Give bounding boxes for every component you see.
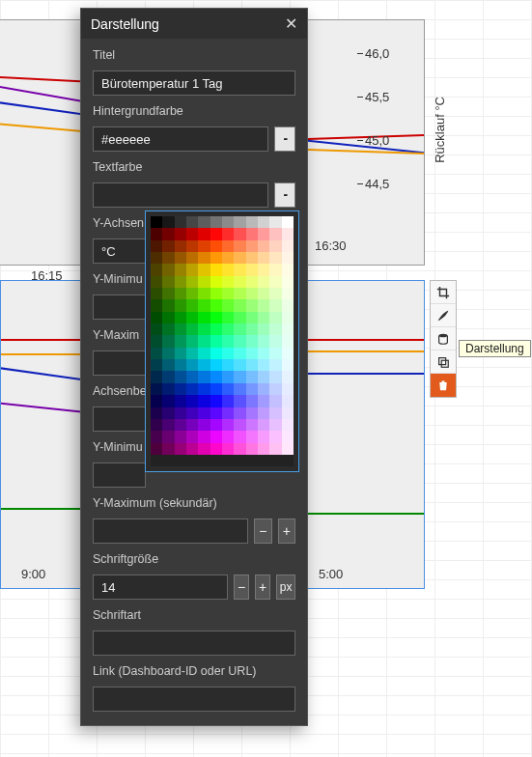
color-swatch[interactable]: [234, 264, 245, 275]
color-swatch[interactable]: [162, 264, 174, 275]
color-swatch[interactable]: [234, 443, 245, 455]
color-swatch[interactable]: [210, 264, 222, 275]
color-swatch[interactable]: [210, 419, 222, 431]
color-swatch[interactable]: [246, 395, 258, 407]
color-swatch[interactable]: [258, 348, 269, 359]
color-swatch[interactable]: [246, 252, 258, 264]
color-swatch[interactable]: [282, 228, 294, 239]
color-swatch[interactable]: [186, 419, 198, 431]
color-swatch[interactable]: [258, 228, 269, 239]
color-swatch[interactable]: [186, 216, 198, 228]
color-swatch[interactable]: [282, 335, 294, 347]
color-swatch[interactable]: [234, 383, 245, 395]
color-swatch[interactable]: [269, 359, 281, 371]
color-swatch[interactable]: [282, 252, 294, 264]
color-swatch[interactable]: [222, 288, 234, 299]
color-swatch[interactable]: [222, 335, 234, 347]
color-swatch[interactable]: [186, 323, 198, 335]
color-swatch[interactable]: [246, 359, 258, 371]
color-swatch[interactable]: [246, 323, 258, 335]
color-swatch[interactable]: [210, 407, 222, 419]
color-swatch[interactable]: [234, 371, 245, 382]
color-swatch[interactable]: [269, 312, 281, 323]
color-swatch[interactable]: [198, 312, 210, 323]
color-swatch[interactable]: [282, 455, 294, 466]
color-swatch[interactable]: [222, 276, 234, 288]
color-swatch[interactable]: [210, 240, 222, 252]
color-swatch[interactable]: [210, 288, 222, 299]
color-swatch[interactable]: [222, 216, 234, 228]
yaxis-input[interactable]: [93, 238, 146, 264]
color-swatch[interactable]: [198, 252, 210, 264]
color-swatch[interactable]: [151, 371, 162, 382]
color-swatch[interactable]: [151, 252, 162, 264]
color-swatch[interactable]: [151, 264, 162, 275]
color-swatch[interactable]: [246, 443, 258, 455]
color-swatch[interactable]: [246, 216, 258, 228]
color-swatch[interactable]: [186, 348, 198, 359]
color-swatch[interactable]: [186, 443, 198, 455]
color-swatch[interactable]: [210, 371, 222, 382]
color-swatch[interactable]: [198, 348, 210, 359]
color-swatch[interactable]: [222, 383, 234, 395]
ymax2-plus-button[interactable]: +: [278, 519, 295, 544]
color-swatch[interactable]: [234, 348, 245, 359]
color-swatch[interactable]: [151, 240, 162, 252]
color-swatch[interactable]: [175, 359, 186, 371]
color-swatch[interactable]: [162, 348, 174, 359]
color-swatch[interactable]: [282, 240, 294, 252]
color-swatch[interactable]: [222, 252, 234, 264]
color-swatch[interactable]: [198, 299, 210, 311]
color-swatch[interactable]: [186, 407, 198, 419]
color-swatch[interactable]: [258, 276, 269, 288]
color-swatch[interactable]: [282, 371, 294, 382]
color-swatch[interactable]: [186, 264, 198, 275]
color-swatch[interactable]: [162, 240, 174, 252]
color-swatch[interactable]: [151, 348, 162, 359]
color-swatch[interactable]: [234, 240, 245, 252]
color-swatch[interactable]: [198, 228, 210, 239]
color-swatch[interactable]: [162, 335, 174, 347]
color-swatch[interactable]: [151, 299, 162, 311]
link-input[interactable]: [93, 687, 295, 712]
color-swatch[interactable]: [246, 335, 258, 347]
color-swatch[interactable]: [162, 288, 174, 299]
color-swatch[interactable]: [282, 431, 294, 442]
color-swatch[interactable]: [234, 431, 245, 442]
color-swatch[interactable]: [151, 323, 162, 335]
color-swatch[interactable]: [151, 335, 162, 347]
color-swatch[interactable]: [186, 335, 198, 347]
color-swatch[interactable]: [162, 407, 174, 419]
color-swatch[interactable]: [258, 335, 269, 347]
color-swatch[interactable]: [282, 348, 294, 359]
color-swatch[interactable]: [222, 312, 234, 323]
color-swatch[interactable]: [269, 383, 281, 395]
color-swatch[interactable]: [269, 431, 281, 442]
color-swatch[interactable]: [246, 371, 258, 382]
color-swatch[interactable]: [258, 252, 269, 264]
color-swatch[interactable]: [282, 276, 294, 288]
color-swatch[interactable]: [210, 228, 222, 239]
color-swatch[interactable]: [258, 359, 269, 371]
color-swatch[interactable]: [198, 323, 210, 335]
color-swatch[interactable]: [162, 383, 174, 395]
color-swatch[interactable]: [162, 299, 174, 311]
color-swatch[interactable]: [151, 288, 162, 299]
crop-icon[interactable]: [431, 281, 456, 304]
color-swatch[interactable]: [162, 359, 174, 371]
color-swatch[interactable]: [175, 299, 186, 311]
color-swatch[interactable]: [162, 276, 174, 288]
color-swatch[interactable]: [269, 264, 281, 275]
color-swatch[interactable]: [210, 383, 222, 395]
color-swatch[interactable]: [151, 407, 162, 419]
ymax-input[interactable]: [93, 350, 146, 376]
color-swatch[interactable]: [151, 419, 162, 431]
color-swatch[interactable]: [151, 395, 162, 407]
color-swatch[interactable]: [282, 383, 294, 395]
color-swatch[interactable]: [269, 288, 281, 299]
color-swatch[interactable]: [175, 431, 186, 442]
color-swatch[interactable]: [151, 383, 162, 395]
color-swatch[interactable]: [186, 431, 198, 442]
color-swatch[interactable]: [258, 383, 269, 395]
color-swatch[interactable]: [175, 371, 186, 382]
